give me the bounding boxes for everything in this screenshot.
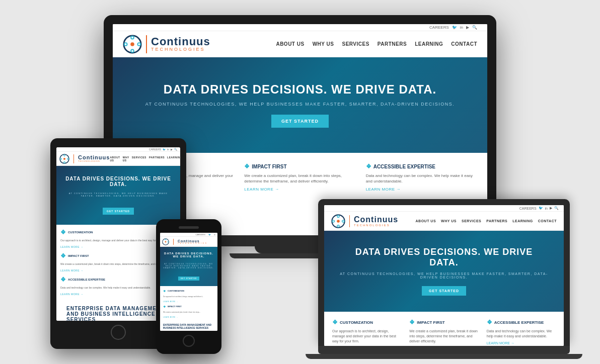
feature-3-label: ACCESSIBLE EXPERTISE xyxy=(373,164,435,169)
careers-link[interactable]: CAREERS xyxy=(429,25,449,30)
laptop-feature-3-learn[interactable]: LEARN MORE → xyxy=(487,341,556,345)
tablet-youtube: ▶ xyxy=(171,148,173,151)
phone-home-button[interactable] xyxy=(183,335,195,347)
tablet-careers[interactable]: CAREERS xyxy=(149,148,161,151)
laptop-screen: CAREERS 🐦 in ▶ 🔍 xyxy=(324,205,564,346)
nav-about[interactable]: ABOUT US xyxy=(276,41,304,47)
phone-hero: Data Drives Decisions. We Drive Data. At… xyxy=(160,247,217,286)
tablet-logo-sub: Technologies xyxy=(78,160,110,162)
tablet-hero-subtitle: At Continuus Technologies, we help busin… xyxy=(61,192,175,197)
laptop-linkedin: in xyxy=(545,207,548,210)
laptop-hero-subtitle: At Continuus Technologies, we help busin… xyxy=(339,272,549,279)
tablet-nav-services[interactable]: SERVICES xyxy=(132,156,146,162)
laptop-hero-cta[interactable]: Get Started xyxy=(422,286,466,296)
scene: CAREERS 🐦 in ▶ 🔍 xyxy=(0,0,600,364)
twitter-icon[interactable]: 🐦 xyxy=(452,25,457,30)
phone-linkedin: in xyxy=(214,233,215,236)
svg-point-5 xyxy=(124,43,127,46)
laptop-nav-contact[interactable]: CONTACT xyxy=(538,219,557,223)
logo-divider xyxy=(146,35,147,53)
nav-services[interactable]: SERVICES xyxy=(342,41,369,47)
hero-cta-button[interactable]: Get Started xyxy=(271,115,329,128)
nav-partners[interactable]: PARTNERS xyxy=(378,41,407,47)
tablet-nav: ABOUT US WHY US SERVICES PARTNERS LEARNI… xyxy=(110,156,180,162)
phone-feature-2: ❖ IMPACT FIRST We create a customized pl… xyxy=(163,305,214,318)
nav-why-us[interactable]: WHY US xyxy=(313,41,334,47)
svg-point-7 xyxy=(63,158,65,160)
tablet-logo-icon xyxy=(59,154,69,164)
phone-hero-cta[interactable]: Get Started xyxy=(178,277,199,281)
tablet-search[interactable]: 🔍 xyxy=(174,148,177,151)
logo-icon xyxy=(123,35,142,54)
feature-3-icon: ❖ xyxy=(366,163,371,170)
phone: CAREERS 🐦 in xyxy=(156,219,221,354)
tablet-nav-why[interactable]: WHY US xyxy=(123,156,129,162)
tablet-logo-divider xyxy=(73,154,74,163)
svg-point-18 xyxy=(337,215,339,217)
feature-2-text: We create a customized plan, break it do… xyxy=(244,173,355,184)
laptop-nav-learning[interactable]: LEARNING xyxy=(512,219,533,223)
laptop-feature-3: ❖ ACCESSIBLE EXPERTISE Data and technolo… xyxy=(487,319,556,346)
laptop-website: CAREERS 🐦 in ▶ 🔍 xyxy=(324,205,564,346)
monitor-header-top: CAREERS 🐦 in ▶ 🔍 xyxy=(113,24,487,31)
tablet-twitter: 🐦 xyxy=(163,148,166,151)
laptop-feature-1-title: ❖ CUSTOMIZATION xyxy=(332,319,401,326)
laptop-nav-partners[interactable]: PARTNERS xyxy=(486,219,507,223)
tablet-hero-title: Data Drives Decisions. We Drive Data. xyxy=(61,176,175,187)
laptop-logo-text: Continuus Technologies xyxy=(354,216,398,227)
phone-logo-text: Continuus Technologies xyxy=(178,239,208,244)
phone-content-title: Enterprise Data Management and Business … xyxy=(163,323,214,329)
laptop-twitter: 🐦 xyxy=(539,206,543,210)
nav-contact[interactable]: CONTACT xyxy=(451,41,477,47)
laptop: CAREERS 🐦 in ▶ 🔍 xyxy=(318,199,570,359)
hero-title: Data Drives Decisions. We Drive Data. xyxy=(133,82,467,97)
svg-point-13 xyxy=(165,241,167,242)
youtube-icon[interactable]: ▶ xyxy=(466,25,469,30)
feature-2-learn-more[interactable]: LEARN MORE → xyxy=(244,187,355,192)
svg-point-14 xyxy=(165,239,166,240)
search-icon[interactable]: 🔍 xyxy=(472,25,477,30)
feature-3-title: ❖ ACCESSIBLE EXPERTISE xyxy=(366,163,477,170)
tablet-nav-partners[interactable]: PARTNERS xyxy=(149,156,165,162)
laptop-logo-sub: Technologies xyxy=(354,224,398,227)
tablet-hero-cta[interactable]: Get Started xyxy=(103,208,134,215)
laptop-careers[interactable]: CAREERS xyxy=(519,207,537,210)
laptop-feature-2: ❖ IMPACT FIRST We create a customized pl… xyxy=(409,319,478,346)
feature-3-learn-more[interactable]: LEARN MORE → xyxy=(366,187,477,192)
phone-screen: CAREERS 🐦 in xyxy=(160,233,217,331)
laptop-logo-divider xyxy=(349,215,350,227)
phone-feature-1-learn[interactable]: LEARN MORE → xyxy=(163,301,214,303)
tablet-home-button[interactable] xyxy=(111,325,126,340)
logo-text: Continuus Technologies xyxy=(151,36,210,52)
phone-feature-2-learn[interactable]: LEARN MORE → xyxy=(163,316,214,318)
laptop-nav-why[interactable]: WHY US xyxy=(441,219,457,223)
laptop-feature-1-icon: ❖ xyxy=(332,319,338,326)
main-nav: ABOUT US WHY US SERVICES PARTNERS LEARNI… xyxy=(276,41,477,47)
nav-learning[interactable]: LEARNING xyxy=(415,41,443,47)
laptop-feature-2-title: ❖ IMPACT FIRST xyxy=(409,319,478,326)
svg-point-19 xyxy=(342,220,344,222)
svg-point-20 xyxy=(337,225,339,227)
tablet-nav-learning[interactable]: LEARNING xyxy=(167,156,180,162)
laptop-frame: CAREERS 🐦 in ▶ 🔍 xyxy=(318,199,570,346)
phone-features: ❖ CUSTOMIZATION Our approach is to archi… xyxy=(160,286,217,321)
laptop-feature-3-icon: ❖ xyxy=(487,319,492,326)
tablet-header: Continuus Technologies ABOUT US WHY US S… xyxy=(56,152,180,166)
laptop-header: Continuus Technologies ABOUT US WHY US S… xyxy=(324,212,564,231)
laptop-hero-title: Data Drives Decisions. We Drive Data. xyxy=(339,247,549,268)
linkedin-icon[interactable]: in xyxy=(460,25,463,30)
feature-2-label: IMPACT FIRST xyxy=(252,164,286,169)
laptop-feature-2-icon: ❖ xyxy=(409,319,415,326)
tablet-logo: Continuus Technologies xyxy=(59,154,110,164)
laptop-search[interactable]: 🔍 xyxy=(554,206,559,210)
feature-2-title: ❖ IMPACT FIRST xyxy=(244,163,355,170)
feature-impact: ❖ IMPACT FIRST We create a customized pl… xyxy=(244,163,355,192)
svg-point-2 xyxy=(131,36,134,39)
tablet-nav-about[interactable]: ABOUT US xyxy=(110,156,120,162)
phone-careers[interactable]: CAREERS xyxy=(196,233,205,236)
phone-speaker xyxy=(179,226,199,229)
laptop-nav-about[interactable]: ABOUT US xyxy=(416,219,436,223)
phone-logo-sub: Technologies xyxy=(178,243,208,244)
laptop-nav: ABOUT US WHY US SERVICES PARTNERS LEARNI… xyxy=(416,219,557,223)
laptop-nav-services[interactable]: SERVICES xyxy=(462,219,481,223)
